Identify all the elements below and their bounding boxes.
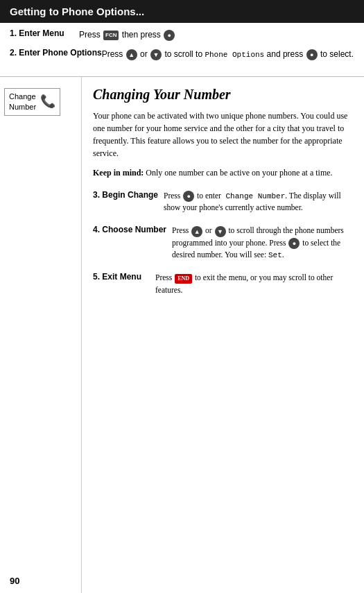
step-5-row: 5. Exit Menu Press END to exit the menu,…: [93, 272, 353, 296]
step4-number: 4.: [93, 225, 100, 234]
step2-desc: Press ▲ or ▼ to scroll to Phone Options …: [102, 48, 354, 61]
step4-up-icon: ▲: [191, 226, 202, 237]
step3-code: Change Number: [221, 192, 285, 200]
step4-title: Choose Number: [102, 225, 166, 234]
header-step-1: 1. Enter Menu Press FCN then press ●: [10, 28, 354, 41]
up-button-icon: ▲: [126, 49, 137, 60]
page-number: 90: [10, 576, 19, 586]
step4-set-code: Set: [268, 251, 282, 259]
main-section: Change Number 📞 Changing Your Number You…: [0, 77, 364, 594]
step5-desc: Press END to exit the menu, or you may s…: [155, 272, 353, 296]
phone-options-code: Phone Options: [205, 51, 264, 59]
step4-ok-icon: ●: [288, 238, 300, 249]
step1-label: 1. Enter Menu: [10, 28, 79, 38]
step-3-row: 3. Begin Change Press ● to enter Change …: [93, 190, 353, 214]
select-button-icon: ●: [306, 49, 318, 60]
step5-number: 5.: [93, 272, 100, 282]
step3-number: 3.: [93, 190, 100, 200]
step1-desc: Press FCN then press ●: [79, 28, 354, 41]
step-4-row: 4. Choose Number Press ▲ or ▼ to scroll …: [93, 225, 353, 261]
header-title: Getting to Phone Options...: [10, 6, 144, 17]
down-button-icon: ▼: [150, 49, 162, 60]
ok-button-icon: ●: [164, 30, 175, 41]
change-number-box: Change Number 📞: [4, 88, 60, 117]
fcn-button-icon: FCN: [103, 31, 119, 40]
keep-in-mind-text: Only one number can be active on your ph…: [146, 168, 332, 178]
step3-label: 3. Begin Change: [93, 190, 164, 200]
keep-in-mind: Keep in mind: Only one number can be act…: [93, 166, 353, 179]
step3-ok-icon: ●: [183, 191, 194, 202]
header-steps-section: 1. Enter Menu Press FCN then press ● 2. …: [0, 23, 364, 76]
step3-title: Begin Change: [102, 190, 158, 200]
step2-label: 2. Enter Phone Options: [10, 48, 102, 58]
section-title: Changing Your Number: [93, 87, 353, 103]
page-header: Getting to Phone Options...: [0, 0, 364, 23]
step5-title: Exit Menu: [102, 272, 141, 282]
step1-title: Enter Menu: [19, 28, 64, 38]
step2-title: Enter Phone Options: [19, 48, 101, 58]
step1-number: 1.: [10, 28, 19, 38]
sidebar-label1: Change: [9, 92, 36, 102]
step2-number: 2.: [10, 48, 19, 58]
step4-label: 4. Choose Number: [93, 225, 172, 234]
step4-down-icon: ▼: [215, 226, 226, 237]
header-step-2: 2. Enter Phone Options Press ▲ or ▼ to s…: [10, 48, 354, 61]
step5-end-icon: END: [175, 274, 192, 284]
keep-in-mind-label: Keep in mind:: [93, 168, 144, 178]
step4-desc: Press ▲ or ▼ to scroll through the phone…: [172, 225, 353, 261]
sidebar-label2: Number: [9, 102, 36, 112]
left-sidebar: Change Number 📞: [0, 77, 82, 594]
phone-icon: 📞: [40, 93, 55, 110]
main-content: Changing Your Number Your phone can be a…: [82, 77, 364, 594]
step5-label: 5. Exit Menu: [93, 272, 155, 282]
step3-desc: Press ● to enter Change Number. The disp…: [164, 190, 353, 214]
sidebar-text: Change Number: [9, 92, 36, 113]
intro-text: Your phone can be activated with two uni…: [93, 110, 353, 160]
